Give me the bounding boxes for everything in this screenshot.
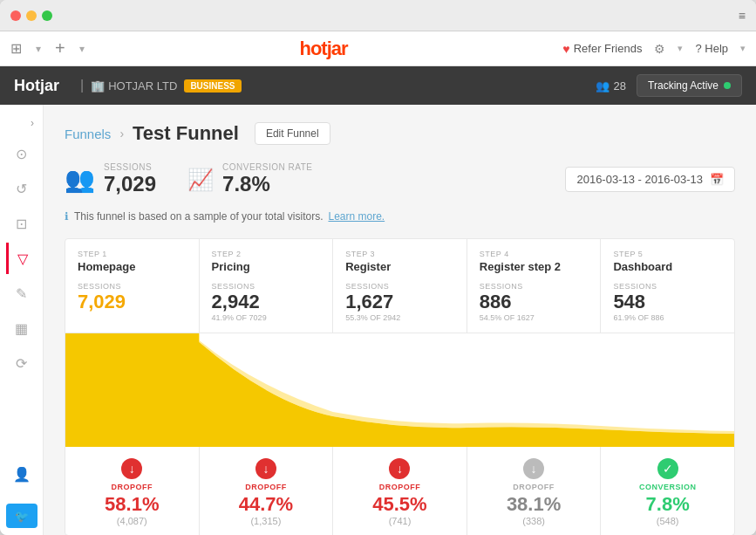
dropoff-label: CONVERSION bbox=[613, 483, 722, 491]
step-name: Register step 2 bbox=[480, 260, 589, 273]
sidebar-item-polls[interactable]: ✎ bbox=[6, 278, 37, 309]
edit-funnel-button[interactable]: Edit Funnel bbox=[255, 122, 330, 145]
step-col: STEP 3 Register SESSIONS 1,627 55.3% OF … bbox=[333, 239, 467, 333]
grid-icon[interactable]: ⊞ bbox=[10, 40, 22, 57]
users-button[interactable]: 👥 28 bbox=[596, 79, 626, 93]
step-label: STEP 4 bbox=[480, 250, 589, 258]
step-label: STEP 3 bbox=[345, 250, 454, 258]
sidebar-item-users[interactable]: 👤 bbox=[6, 458, 37, 490]
refer-friends-label: Refer Friends bbox=[574, 42, 643, 55]
nav-right: ♥ Refer Friends ⚙ ▾ ? Help ▾ bbox=[562, 42, 746, 56]
stats-row: 👥 SESSIONS 7,029 📈 CONVERSION RATE 7.8% … bbox=[65, 162, 735, 196]
sessions-info: SESSIONS 7,029 bbox=[104, 162, 156, 196]
dropoff-pct: 45.5% bbox=[345, 493, 454, 516]
main-layout: › ⊙ ↺ ⊡ ▽ ✎ ▦ ⟳ 👤 🐦 Funnels › Test Funne… bbox=[0, 105, 756, 535]
maximize-button[interactable] bbox=[42, 10, 52, 21]
funnel-card: STEP 1 Homepage SESSIONS 7,029 STEP 2 Pr… bbox=[65, 238, 735, 535]
date-picker[interactable]: 2016-03-13 - 2016-03-13 📅 bbox=[565, 167, 735, 192]
org-name: HOTJAR LTD bbox=[108, 79, 177, 93]
conversion-icon: 📈 bbox=[187, 168, 214, 192]
step-label: STEP 5 bbox=[613, 250, 722, 258]
sessions-value: 2,942 bbox=[212, 291, 321, 313]
sidebar-item-surveys[interactable]: ▦ bbox=[6, 312, 37, 344]
org-icon: 🏢 bbox=[91, 79, 105, 93]
dropoff-icon: ↓ bbox=[345, 456, 454, 479]
business-badge: BUSINESS bbox=[184, 79, 241, 93]
dropoff-count: (338) bbox=[480, 516, 589, 526]
conversion-info: CONVERSION RATE 7.8% bbox=[222, 162, 312, 196]
sessions-value: 548 bbox=[613, 291, 722, 313]
sidebar-item-playback[interactable]: ⟳ bbox=[6, 347, 37, 379]
users-count: 28 bbox=[614, 79, 626, 93]
minimize-button[interactable] bbox=[26, 10, 37, 21]
learn-more-link[interactable]: Learn more. bbox=[328, 210, 385, 223]
dropoff-icon: ↓ bbox=[212, 456, 321, 479]
grid-arrow: ▾ bbox=[36, 43, 41, 55]
app-header: Hotjar | 🏢 HOTJAR LTD BUSINESS 👥 28 Trac… bbox=[0, 66, 756, 105]
header-right: 👥 28 Tracking Active bbox=[596, 74, 742, 97]
info-icon: ℹ bbox=[65, 210, 69, 223]
step-col: STEP 5 Dashboard SESSIONS 548 61.9% OF 8… bbox=[601, 239, 734, 333]
twitter-button[interactable]: 🐦 bbox=[6, 504, 37, 528]
sessions-icon: 👥 bbox=[65, 165, 95, 194]
sessions-stat: 👥 SESSIONS 7,029 bbox=[65, 162, 156, 196]
main-content: Funnels › Test Funnel Edit Funnel 👥 SESS… bbox=[44, 105, 756, 535]
dropoff-cell: ↓ DROPOFF 44.7% (1,315) bbox=[200, 447, 334, 535]
conversion-label: CONVERSION RATE bbox=[222, 162, 312, 172]
dropoff-count: (548) bbox=[613, 516, 722, 526]
sidebar-item-dashboard[interactable]: ⊙ bbox=[6, 138, 37, 169]
step-name: Pricing bbox=[212, 260, 321, 273]
heart-icon: ♥ bbox=[562, 42, 569, 56]
sessions-value: 1,627 bbox=[345, 291, 454, 313]
settings-icon[interactable]: ⚙ bbox=[654, 42, 665, 56]
help-button[interactable]: ? Help bbox=[695, 42, 728, 55]
title-bar: ≡ bbox=[0, 0, 756, 31]
step-label: STEP 2 bbox=[212, 250, 321, 258]
sessions-label: SESSIONS bbox=[78, 282, 187, 291]
title-bar-right: ≡ bbox=[739, 8, 746, 24]
menu-icon[interactable]: ≡ bbox=[739, 9, 746, 23]
step-name: Homepage bbox=[78, 260, 187, 273]
sessions-sub: 61.9% OF 886 bbox=[613, 313, 722, 322]
dropoff-label: DROPOFF bbox=[480, 483, 589, 491]
breadcrumb-link[interactable]: Funnels bbox=[65, 127, 111, 141]
tracking-dot bbox=[724, 82, 731, 89]
sidebar-item-heatmaps[interactable]: ⊡ bbox=[6, 208, 37, 239]
users-icon: 👥 bbox=[596, 79, 610, 93]
sessions-sub: 55.3% OF 2942 bbox=[345, 313, 454, 322]
tracking-active-button[interactable]: Tracking Active bbox=[637, 74, 742, 97]
app-logo: hotjar bbox=[99, 38, 549, 60]
plus-arrow: ▾ bbox=[79, 43, 85, 55]
dropoff-count: (1,315) bbox=[212, 516, 321, 526]
sidebar-toggle[interactable]: › bbox=[25, 112, 39, 134]
sidebar-item-funnels[interactable]: ▽ bbox=[6, 243, 37, 274]
conversion-value: 7.8% bbox=[222, 172, 312, 196]
dropoff-pct: 38.1% bbox=[480, 493, 589, 516]
page-header: Funnels › Test Funnel Edit Funnel bbox=[65, 122, 735, 145]
sidebar-item-recordings[interactable]: ↺ bbox=[6, 173, 37, 204]
help-label: ? Help bbox=[695, 42, 728, 55]
dropoff-cell: ↓ DROPOFF 38.1% (338) bbox=[467, 447, 602, 535]
step-col: STEP 4 Register step 2 SESSIONS 886 54.5… bbox=[467, 239, 602, 333]
dropoff-label: DROPOFF bbox=[345, 483, 454, 491]
dropoff-pct: 7.8% bbox=[613, 493, 722, 516]
sidebar: › ⊙ ↺ ⊡ ▽ ✎ ▦ ⟳ 👤 🐦 bbox=[0, 105, 44, 535]
dropoff-cell: ↓ DROPOFF 45.5% (741) bbox=[333, 447, 467, 535]
step-name: Register bbox=[345, 260, 454, 273]
add-button[interactable]: + bbox=[55, 38, 65, 58]
sessions-label: SESSIONS bbox=[345, 282, 454, 291]
conversion-stat: 📈 CONVERSION RATE 7.8% bbox=[187, 162, 312, 196]
dropoff-icon: ↓ bbox=[480, 456, 589, 479]
dropoff-count: (4,087) bbox=[78, 516, 187, 526]
dropoff-pct: 58.1% bbox=[78, 493, 187, 516]
date-range-value: 2016-03-13 - 2016-03-13 bbox=[576, 173, 703, 186]
sessions-value: 7,029 bbox=[104, 172, 156, 196]
header-sep: | bbox=[80, 78, 84, 93]
step-col: STEP 2 Pricing SESSIONS 2,942 41.9% OF 7… bbox=[200, 239, 334, 333]
funnel-svg bbox=[65, 333, 734, 447]
refer-friends-button[interactable]: ♥ Refer Friends bbox=[562, 42, 642, 56]
close-button[interactable] bbox=[10, 10, 21, 21]
sessions-label: SESSIONS bbox=[104, 162, 156, 172]
calendar-icon: 📅 bbox=[710, 173, 724, 186]
funnel-visualization bbox=[65, 333, 734, 446]
